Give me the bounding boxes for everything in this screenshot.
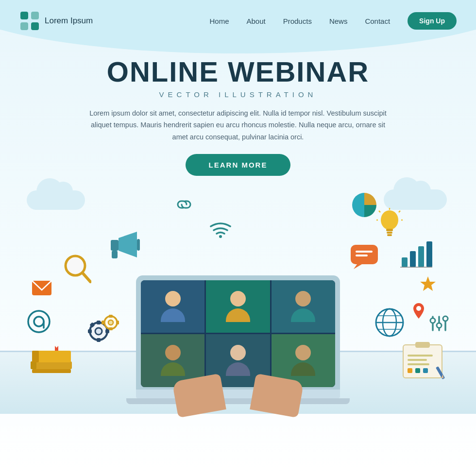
svg-rect-6 [386,229,393,231]
svg-point-58 [443,316,448,321]
svg-line-10 [379,211,380,212]
svg-rect-7 [387,232,392,234]
svg-rect-20 [112,251,118,258]
svg-rect-44 [426,241,432,267]
hand-right [250,374,304,418]
hero-subtitle: VECTOR ILLUSTRATION [29,90,447,99]
svg-rect-2 [20,22,28,30]
nav-home[interactable]: Home [209,17,229,25]
svg-rect-32 [105,329,109,333]
nav-products[interactable]: Products [283,17,312,25]
svg-rect-59 [31,361,72,369]
hero-section: ONLINE WEBINAR VECTOR ILLUSTRATION Lorem… [0,42,476,176]
nav-contact[interactable]: Contact [365,17,390,25]
magnifier-icon [63,254,91,285]
svg-point-57 [437,323,442,328]
svg-rect-1 [31,12,39,19]
svg-point-5 [381,210,398,230]
signup-button[interactable]: Sign Up [408,12,457,30]
svg-rect-73 [423,368,428,373]
chain-icon [175,195,193,214]
svg-point-25 [34,317,44,326]
megaphone-icon [107,229,141,261]
nav-links: Home About Products News Contact Sign Up [209,12,457,30]
svg-rect-3 [31,22,39,30]
svg-rect-62 [32,351,39,362]
gears-icon [80,312,121,348]
navbar: Lorem Ipsum Home About Products News Con… [0,0,476,42]
svg-line-22 [83,273,90,282]
svg-marker-64 [55,346,58,351]
sliders-icon [429,312,449,335]
bar-chart-icon [399,239,432,271]
lightbulb-icon [376,207,403,239]
svg-rect-71 [408,368,412,373]
video-cell-1 [141,280,204,333]
svg-rect-8 [387,234,392,236]
svg-rect-31 [88,329,92,333]
svg-rect-69 [408,359,427,361]
pie-chart-icon [350,190,379,220]
svg-rect-72 [415,368,420,373]
svg-rect-67 [415,342,430,348]
svg-rect-0 [20,12,28,19]
svg-rect-37 [109,315,113,318]
video-cell-2 [206,280,270,333]
chat-bubble-icon [350,244,379,269]
svg-rect-70 [408,363,429,365]
location-pin-icon [412,302,425,320]
svg-point-36 [108,320,113,325]
wifi-icon [209,220,232,238]
svg-rect-19 [137,239,140,251]
svg-rect-29 [97,321,101,324]
svg-rect-60 [31,361,36,369]
svg-point-4 [219,235,222,238]
email-icon [32,280,52,296]
clipboard-icon [401,341,447,380]
svg-point-52 [416,306,421,311]
svg-marker-15 [354,264,362,269]
svg-marker-46 [420,276,436,291]
svg-point-28 [95,328,102,335]
hand-left [172,374,226,418]
svg-rect-41 [402,257,408,267]
logo-icon [19,11,40,31]
globe-icon [374,307,406,339]
video-cell-3 [272,280,335,333]
svg-rect-39 [102,321,104,324]
svg-rect-30 [97,338,101,342]
svg-rect-43 [418,246,424,267]
cloud-left [27,190,85,210]
book-icon [28,341,74,375]
svg-rect-42 [410,251,416,267]
svg-point-56 [430,318,435,323]
hands [160,365,316,414]
svg-rect-63 [32,369,71,373]
nav-news[interactable]: News [329,17,348,25]
svg-line-11 [399,211,400,212]
logo-text: Lorem Ipsum [45,16,93,26]
nav-about[interactable]: About [246,17,265,25]
svg-rect-38 [109,327,113,330]
at-sign-icon [27,309,51,334]
hero-description: Lorem ipsum dolor sit amet, consectetur … [87,107,389,143]
hero-title: ONLINE WEBINAR [29,56,447,87]
page-wrapper: Lorem Ipsum Home About Products News Con… [0,0,476,476]
svg-rect-40 [116,321,119,324]
svg-rect-68 [408,355,433,357]
cloud-right [384,189,447,210]
svg-point-24 [28,311,50,332]
star-icon [419,275,437,293]
illustration-area [0,181,476,414]
learn-more-button[interactable]: LEARN MORE [186,154,291,176]
svg-rect-16 [356,251,373,253]
svg-rect-18 [111,240,119,251]
svg-rect-17 [356,255,368,256]
logo: Lorem Ipsum [19,11,93,31]
